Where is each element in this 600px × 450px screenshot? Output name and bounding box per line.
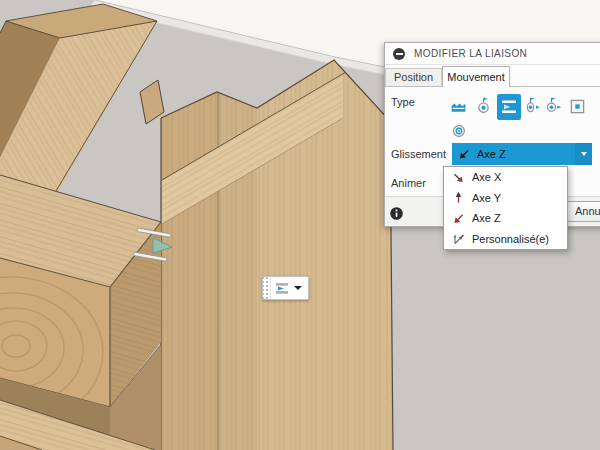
axis-z-arrow-icon	[452, 212, 465, 225]
axis-dropdown-menu: Axe X Axe Y Axe Z Personnalisé(e)	[443, 166, 568, 250]
menu-item-label: Personnalisé(e)	[472, 233, 549, 245]
tab-position-label: Position	[394, 71, 433, 83]
axis-x-arrow-icon	[452, 171, 465, 184]
wood-plank-body[interactable]	[161, 60, 393, 450]
pin-slot-joint-icon[interactable]	[544, 95, 564, 115]
axis-y-arrow-icon	[452, 191, 465, 204]
glissement-label: Glissement	[391, 148, 446, 160]
tab-mouvement-label: Mouvement	[447, 71, 504, 83]
menu-item-axe-z[interactable]: Axe Z	[444, 208, 567, 229]
menu-item-personnalise[interactable]: Personnalisé(e)	[444, 229, 567, 250]
chevron-down-icon[interactable]	[294, 286, 302, 290]
ball-joint-icon[interactable]	[449, 121, 469, 141]
chevron-down-icon	[581, 152, 587, 156]
dialog-title: MODIFIER LA LIAISON	[414, 48, 527, 59]
joint-mini-toolbar[interactable]	[262, 276, 309, 300]
select-caret-zone[interactable]	[575, 143, 592, 165]
collapse-icon[interactable]	[393, 48, 405, 60]
slider-joint-icon[interactable]	[497, 94, 521, 120]
menu-item-label: Axe Y	[472, 192, 501, 204]
type-label: Type	[391, 96, 415, 108]
menu-item-label: Axe X	[472, 171, 501, 183]
cylindrical-joint-icon[interactable]	[523, 95, 543, 115]
rigid-joint-icon[interactable]	[448, 96, 468, 116]
tab-mouvement[interactable]: Mouvement	[442, 66, 510, 87]
dialog-header[interactable]: MODIFIER LA LIAISON	[385, 43, 600, 65]
planar-joint-icon[interactable]	[567, 96, 587, 116]
animer-label: Animer	[391, 177, 426, 189]
axis-z-arrow-icon	[458, 148, 470, 160]
cancel-button[interactable]: Annuler	[567, 201, 600, 222]
drag-grip-icon[interactable]	[263, 277, 271, 299]
custom-axis-icon	[452, 232, 465, 245]
glissement-value: Axe Z	[477, 148, 506, 160]
tab-position[interactable]: Position	[385, 68, 442, 86]
revolute-joint-icon[interactable]	[473, 95, 493, 115]
menu-item-label: Axe Z	[472, 212, 501, 224]
app-window: MODIFIER LA LIAISON Position Mouvement T…	[0, 0, 600, 450]
glissement-select[interactable]: Axe Z	[452, 143, 592, 165]
menu-item-axe-y[interactable]: Axe Y	[444, 188, 567, 209]
slider-joint-icon[interactable]	[274, 281, 290, 296]
info-icon[interactable]	[390, 207, 403, 220]
menu-item-axe-x[interactable]: Axe X	[444, 167, 567, 188]
